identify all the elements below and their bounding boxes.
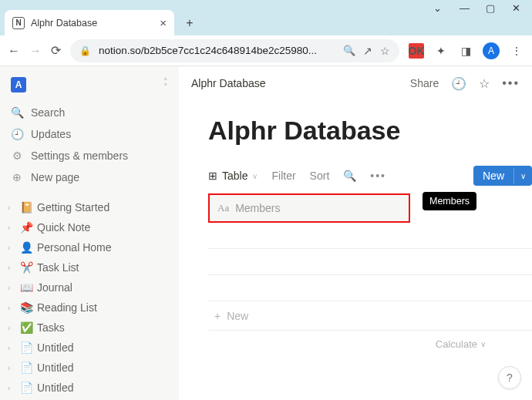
share-url-icon[interactable]: ↗ bbox=[363, 45, 372, 57]
db-search-icon[interactable]: 🔍 bbox=[343, 170, 356, 182]
page-label: Getting Started bbox=[37, 201, 109, 213]
puzzle-extension-icon[interactable]: ✦ bbox=[433, 43, 449, 59]
caret-icon[interactable]: › bbox=[8, 344, 15, 352]
chevron-down-icon: ∨ bbox=[252, 172, 258, 180]
plus-circle-icon: ⊕ bbox=[11, 171, 23, 183]
sidebar: A ˄˅ 🔍 Search 🕘 Updates ⚙ Settings & mem… bbox=[0, 66, 179, 400]
panel-extension-icon[interactable]: ◨ bbox=[458, 43, 473, 59]
caret-icon[interactable]: › bbox=[8, 224, 15, 232]
forward-button[interactable]: → bbox=[29, 44, 42, 58]
caret-icon[interactable]: › bbox=[8, 384, 15, 392]
page-icon: ✂️ bbox=[20, 261, 32, 274]
caret-icon[interactable]: › bbox=[8, 364, 15, 372]
window-minimize-icon[interactable]: ⌄ bbox=[433, 2, 443, 14]
calculate-label: Calculate bbox=[436, 338, 477, 350]
sidebar-page-item[interactable]: ›📄Untitled bbox=[3, 338, 176, 358]
table-row[interactable] bbox=[208, 223, 532, 249]
sidebar-settings[interactable]: ⚙ Settings & members bbox=[3, 145, 176, 166]
sidebar-page-item[interactable]: ›📌Quick Note bbox=[3, 217, 176, 237]
browser-tab[interactable]: N Alphr Database × bbox=[5, 10, 174, 35]
view-label: Table bbox=[222, 170, 247, 182]
page-label: Quick Note bbox=[37, 221, 90, 234]
breadcrumb[interactable]: Alphr Database bbox=[191, 77, 266, 89]
caret-icon[interactable]: › bbox=[8, 304, 15, 312]
sort-button[interactable]: Sort bbox=[310, 170, 330, 182]
caret-icon[interactable]: › bbox=[8, 324, 15, 332]
sidebar-page-item[interactable]: ›📄Untitled bbox=[3, 378, 176, 398]
tab-close-icon[interactable]: × bbox=[160, 16, 167, 29]
page-label: Journal bbox=[37, 281, 72, 294]
profile-avatar[interactable]: A bbox=[483, 42, 500, 59]
page-icon: 📄 bbox=[20, 361, 32, 374]
window-close-icon[interactable]: ✕ bbox=[512, 2, 521, 14]
window-maximize-icon[interactable]: ▢ bbox=[486, 2, 495, 14]
tab-title: Alphr Database bbox=[31, 18, 97, 29]
add-row-button[interactable]: + New bbox=[208, 301, 532, 331]
chevron-updown-icon: ˄˅ bbox=[163, 79, 168, 90]
back-button[interactable]: ← bbox=[8, 44, 20, 58]
reload-button[interactable]: ⟳ bbox=[51, 43, 61, 58]
page-icon: 📖 bbox=[20, 281, 32, 294]
search-icon: 🔍 bbox=[11, 106, 23, 119]
page-icon: 📄 bbox=[20, 341, 32, 354]
caret-icon[interactable]: › bbox=[8, 264, 15, 272]
sidebar-updates[interactable]: 🕘 Updates bbox=[3, 123, 176, 145]
workspace-switcher[interactable]: A ˄˅ bbox=[3, 74, 176, 102]
page-icon: 📌 bbox=[20, 221, 32, 234]
new-entry-button[interactable]: New ∨ bbox=[473, 166, 532, 186]
db-more-icon[interactable]: ••• bbox=[370, 170, 386, 182]
property-tooltip: Members bbox=[423, 192, 476, 210]
ok-extension-icon[interactable]: OK bbox=[409, 43, 424, 59]
notion-favicon-icon: N bbox=[12, 17, 25, 29]
page-label: Task List bbox=[37, 261, 79, 274]
favorite-icon[interactable]: ☆ bbox=[479, 76, 490, 91]
url-text: notion.so/b2b5ce7cc1c24c648914be2c25980.… bbox=[99, 45, 335, 56]
window-minimize2-icon[interactable]: — bbox=[460, 2, 469, 14]
caret-icon[interactable]: › bbox=[8, 203, 15, 212]
page-label: Reading List bbox=[37, 301, 97, 314]
clock-icon: 🕘 bbox=[11, 128, 23, 140]
table-icon: ⊞ bbox=[208, 170, 217, 182]
page-label: Personal Home bbox=[37, 241, 112, 254]
database-toolbar: ⊞ Table ∨ Filter Sort 🔍 ••• New ∨ bbox=[208, 166, 532, 193]
caret-icon[interactable]: › bbox=[8, 244, 15, 252]
gear-icon: ⚙ bbox=[11, 150, 23, 162]
page-icon: ✅ bbox=[20, 321, 32, 334]
page-more-icon[interactable]: ••• bbox=[502, 76, 520, 90]
table-row[interactable] bbox=[208, 275, 532, 301]
page-icon: 📚 bbox=[20, 301, 32, 314]
chevron-down-icon: ∨ bbox=[480, 340, 486, 348]
page-topbar: Alphr Database Share 🕘 ☆ ••• bbox=[179, 66, 532, 100]
address-bar[interactable]: 🔒 notion.so/b2b5ce7cc1c24c648914be2c2598… bbox=[70, 39, 399, 62]
table-row[interactable] bbox=[208, 249, 532, 275]
browser-menu-icon[interactable]: ⋮ bbox=[509, 43, 524, 59]
star-url-icon[interactable]: ☆ bbox=[380, 45, 390, 57]
property-header-members[interactable]: Aa Members bbox=[208, 193, 410, 223]
share-button[interactable]: Share bbox=[410, 77, 439, 89]
page-label: Tasks bbox=[37, 321, 65, 334]
new-entry-dropdown-icon[interactable]: ∨ bbox=[513, 168, 532, 184]
sidebar-page-item[interactable]: ›👤Personal Home bbox=[3, 237, 176, 257]
page-icon: 👤 bbox=[20, 241, 32, 254]
sidebar-page-item[interactable]: ›✂️Task List bbox=[3, 257, 176, 277]
sidebar-page-item[interactable]: ›📚Reading List bbox=[3, 297, 176, 318]
property-name: Members bbox=[235, 202, 280, 214]
sidebar-page-item[interactable]: ›📖Journal bbox=[3, 277, 176, 297]
sidebar-page-item[interactable]: ›✅Tasks bbox=[3, 318, 176, 338]
caret-icon[interactable]: › bbox=[8, 284, 15, 292]
updates-icon[interactable]: 🕘 bbox=[451, 76, 466, 91]
sidebar-page-item[interactable]: ›📄Untitled bbox=[3, 358, 176, 378]
new-row-label: New bbox=[227, 310, 248, 322]
help-button[interactable]: ? bbox=[498, 366, 521, 389]
search-in-url-icon[interactable]: 🔍 bbox=[343, 45, 355, 56]
view-switcher[interactable]: ⊞ Table ∨ bbox=[208, 170, 258, 182]
sidebar-search-label: Search bbox=[31, 106, 65, 119]
calculate-button[interactable]: Calculate ∨ bbox=[208, 331, 532, 357]
page-title[interactable]: Alphr Database bbox=[208, 116, 532, 166]
sidebar-new-page[interactable]: ⊕ New page bbox=[3, 166, 176, 188]
sidebar-page-item[interactable]: ›📔Getting Started bbox=[3, 197, 176, 217]
filter-button[interactable]: Filter bbox=[271, 170, 295, 182]
new-tab-button[interactable]: + bbox=[179, 12, 200, 34]
sidebar-search[interactable]: 🔍 Search bbox=[3, 102, 176, 123]
sidebar-settings-label: Settings & members bbox=[31, 150, 128, 162]
